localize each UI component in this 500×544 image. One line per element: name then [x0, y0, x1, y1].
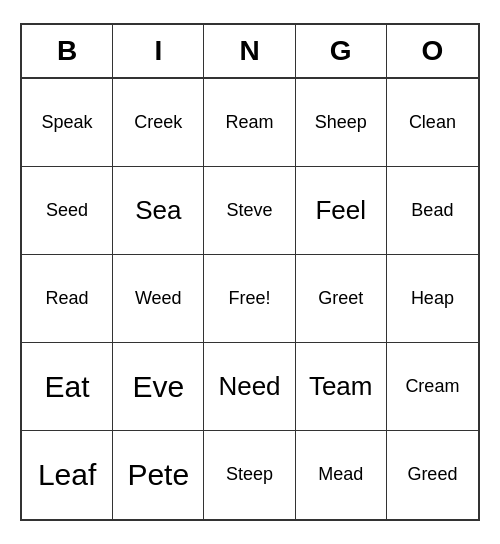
bingo-cell-r3-c2: Need	[204, 343, 295, 431]
header-letter-g: G	[296, 25, 387, 77]
bingo-cell-r0-c4: Clean	[387, 79, 478, 167]
bingo-card: BINGO SpeakCreekReamSheepCleanSeedSeaSte…	[20, 23, 480, 521]
bingo-header: BINGO	[22, 25, 478, 79]
bingo-cell-r2-c3: Greet	[296, 255, 387, 343]
bingo-cell-r3-c4: Cream	[387, 343, 478, 431]
bingo-cell-r1-c1: Sea	[113, 167, 204, 255]
bingo-grid: SpeakCreekReamSheepCleanSeedSeaSteveFeel…	[22, 79, 478, 519]
bingo-cell-r4-c1: Pete	[113, 431, 204, 519]
bingo-cell-r1-c4: Bead	[387, 167, 478, 255]
header-letter-i: I	[113, 25, 204, 77]
bingo-cell-r0-c0: Speak	[22, 79, 113, 167]
bingo-cell-r2-c2: Free!	[204, 255, 295, 343]
bingo-cell-r4-c2: Steep	[204, 431, 295, 519]
header-letter-n: N	[204, 25, 295, 77]
bingo-cell-r1-c0: Seed	[22, 167, 113, 255]
bingo-cell-r2-c1: Weed	[113, 255, 204, 343]
header-letter-o: O	[387, 25, 478, 77]
bingo-cell-r3-c3: Team	[296, 343, 387, 431]
bingo-cell-r1-c2: Steve	[204, 167, 295, 255]
bingo-cell-r4-c4: Greed	[387, 431, 478, 519]
bingo-cell-r0-c1: Creek	[113, 79, 204, 167]
bingo-cell-r0-c2: Ream	[204, 79, 295, 167]
bingo-cell-r4-c3: Mead	[296, 431, 387, 519]
bingo-cell-r3-c1: Eve	[113, 343, 204, 431]
bingo-cell-r0-c3: Sheep	[296, 79, 387, 167]
header-letter-b: B	[22, 25, 113, 77]
bingo-cell-r2-c0: Read	[22, 255, 113, 343]
bingo-cell-r1-c3: Feel	[296, 167, 387, 255]
bingo-cell-r3-c0: Eat	[22, 343, 113, 431]
bingo-cell-r2-c4: Heap	[387, 255, 478, 343]
bingo-cell-r4-c0: Leaf	[22, 431, 113, 519]
